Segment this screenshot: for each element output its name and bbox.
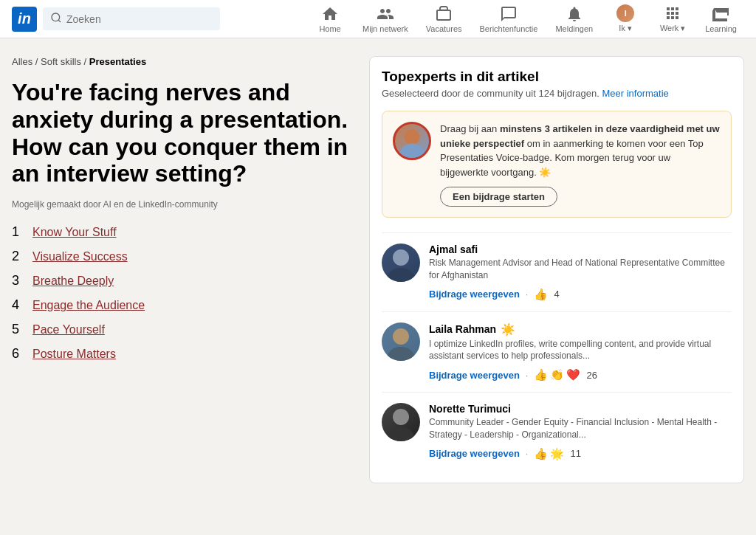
reaction-icon: 👍 <box>534 368 548 382</box>
contribute-start-button[interactable]: Een bijdrage starten <box>440 187 557 207</box>
tip-number: 5 <box>12 322 24 337</box>
search-input[interactable] <box>66 13 213 25</box>
nav-item-me[interactable]: I Ik ▾ <box>603 1 647 36</box>
nav-label-messages: Berichtenfunctie <box>480 24 538 33</box>
expert-name: Laila Rahman ☀️ <box>429 322 732 336</box>
expert-title: I optimize LinkedIn profiles, write comp… <box>429 338 732 363</box>
bell-icon <box>566 5 583 23</box>
svg-point-6 <box>393 328 409 345</box>
tip-number: 6 <box>12 346 24 362</box>
reaction-icon: 👍 <box>534 288 548 301</box>
jobs-icon <box>435 5 453 23</box>
svg-point-7 <box>388 347 414 361</box>
more-info-link[interactable]: Meer informatie <box>602 88 668 99</box>
breadcrumb-softskills[interactable]: Soft skills <box>41 56 81 67</box>
nav-item-work[interactable]: Werk ▾ <box>650 1 695 36</box>
nav-label-home: Home <box>319 24 340 33</box>
tip-number: 3 <box>12 273 24 289</box>
expert-actions: Bijdrage weergeven · 👍👏❤️ 26 <box>429 368 732 382</box>
promo-avatar <box>393 122 431 160</box>
tip-link[interactable]: Posture Matters <box>32 348 116 361</box>
avatar: I <box>616 4 634 22</box>
nav-item-messages[interactable]: Berichtenfunctie <box>472 2 546 36</box>
expert-actions: Bijdrage weergeven · 👍 4 <box>429 288 732 301</box>
nav-item-network[interactable]: Mijn netwerk <box>355 2 416 36</box>
breadcrumb-alles[interactable]: Alles <box>12 56 32 67</box>
badge-sun: ☀️ <box>501 322 515 336</box>
ai-credit: Mogelijk gemaakt door AI en de LinkedIn-… <box>12 199 351 210</box>
reaction-icon: 🌟 <box>550 447 564 460</box>
svg-point-2 <box>404 129 419 145</box>
nav-label-work: Werk ▾ <box>660 24 686 33</box>
expert-item: Laila Rahman ☀️ I optimize LinkedIn prof… <box>382 311 732 393</box>
expert-title: Community Leader - Gender Equity - Finan… <box>429 416 732 441</box>
expert-info: Norette Turimuci Community Leader - Gend… <box>429 403 732 460</box>
experts-subtitle: Geselecteerd door de community uit 124 b… <box>382 88 732 99</box>
reaction-icons: 👍🌟 <box>534 447 564 460</box>
dot-separator: · <box>526 370 529 381</box>
svg-point-4 <box>393 249 409 266</box>
nav-item-home[interactable]: Home <box>308 2 352 36</box>
promo-avatar-image <box>395 124 429 158</box>
list-item: 4 Engage the Audience <box>12 297 351 313</box>
svg-point-3 <box>399 144 425 158</box>
tip-link[interactable]: Visualize Success <box>32 250 128 263</box>
messages-icon <box>500 5 518 23</box>
contribute-link[interactable]: Bijdrage weergeven <box>429 370 520 381</box>
tip-link[interactable]: Pace Yourself <box>32 323 105 336</box>
nav-item-notifications[interactable]: Meldingen <box>548 2 600 36</box>
grid-icon <box>664 4 681 22</box>
breadcrumb-current: Presentaties <box>89 56 146 67</box>
experts-section: Topexperts in dit artikel Geselecteerd d… <box>369 56 744 483</box>
navbar: in Home Mijn netwerk Vacatures Berichten… <box>0 0 756 38</box>
nav-items: Home Mijn netwerk Vacatures Berichtenfun… <box>308 1 744 36</box>
list-item: 5 Pace Yourself <box>12 322 351 337</box>
tips-list: 1 Know Your Stuff 2 Visualize Success 3 … <box>12 224 351 362</box>
nav-label-notifications: Meldingen <box>555 24 593 33</box>
network-icon <box>377 5 394 23</box>
article-title: You're facing nerves and anxiety during … <box>12 79 351 187</box>
expert-info: Ajmal safi Risk Management Advisor and H… <box>429 244 732 301</box>
reaction-icon: 👏 <box>550 368 564 382</box>
contribute-link[interactable]: Bijdrage weergeven <box>429 448 520 459</box>
breadcrumb-sep2: / <box>84 56 89 67</box>
breadcrumb: Alles / Soft skills / Presentaties <box>12 56 351 67</box>
linkedin-logo[interactable]: in <box>12 7 37 32</box>
main-container: Alles / Soft skills / Presentaties You'r… <box>0 38 756 501</box>
tip-link[interactable]: Breathe Deeply <box>32 275 114 288</box>
reaction-icon: 👍 <box>534 447 548 460</box>
contribute-link[interactable]: Bijdrage weergeven <box>429 289 520 300</box>
tip-number: 2 <box>12 249 24 264</box>
expert-name: Norette Turimuci <box>429 403 732 415</box>
nav-label-learning: Learning <box>705 24 737 33</box>
reaction-icons: 👍 <box>534 288 548 301</box>
home-icon <box>321 5 339 23</box>
list-item: 1 Know Your Stuff <box>12 224 351 240</box>
reaction-icons: 👍👏❤️ <box>534 368 580 382</box>
promo-text: Draag bij aan minstens 3 artikelen in de… <box>440 122 721 179</box>
tip-link[interactable]: Engage the Audience <box>32 299 145 312</box>
search-icon <box>50 12 62 26</box>
nav-item-jobs[interactable]: Vacatures <box>419 2 470 36</box>
breadcrumb-sep1: / <box>35 56 41 67</box>
experts-title: Topexperts in dit artikel <box>382 69 732 85</box>
tip-number: 4 <box>12 297 24 313</box>
nav-item-learning[interactable]: Learning <box>698 2 744 36</box>
expert-item: Ajmal safi Risk Management Advisor and H… <box>382 232 732 311</box>
nav-label-me: Ik ▾ <box>619 24 632 33</box>
tip-link[interactable]: Know Your Stuff <box>32 226 117 239</box>
expert-avatar <box>382 403 420 441</box>
svg-point-0 <box>52 13 60 21</box>
search-bar[interactable] <box>43 7 220 30</box>
expert-item: Norette Turimuci Community Leader - Gend… <box>382 392 732 471</box>
expert-actions: Bijdrage weergeven · 👍🌟 11 <box>429 447 732 460</box>
left-column: Alles / Soft skills / Presentaties You'r… <box>12 56 351 483</box>
experts-subtitle-text: Geselecteerd door de community uit 124 b… <box>382 88 599 99</box>
expert-name: Ajmal safi <box>429 244 732 255</box>
list-item: 6 Posture Matters <box>12 346 351 362</box>
svg-point-8 <box>393 409 409 425</box>
promo-content: Draag bij aan minstens 3 artikelen in de… <box>440 122 721 207</box>
nav-label-network: Mijn netwerk <box>362 24 408 33</box>
promo-card: Draag bij aan minstens 3 artikelen in de… <box>382 111 732 218</box>
svg-line-1 <box>58 20 61 22</box>
